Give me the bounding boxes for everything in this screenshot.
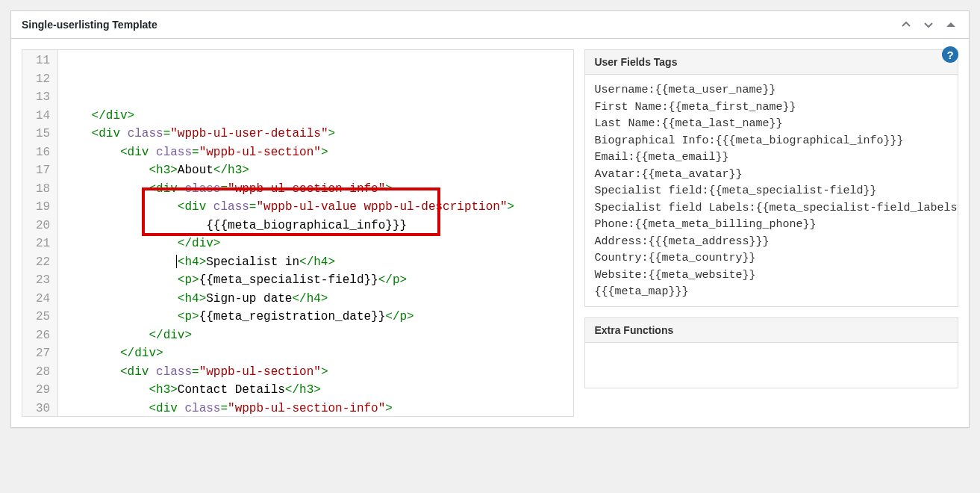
move-down-button[interactable] [918,14,939,35]
chevron-up-icon [899,17,914,32]
user-fields-body[interactable]: Username:{{meta_user_name}}First Name:{{… [585,75,958,306]
field-tag-line[interactable]: Last Name:{{meta_last_name}} [594,116,958,133]
code-line[interactable]: </div> [63,107,573,125]
code-line[interactable]: </div> [63,235,573,253]
line-number: 30 [36,400,50,417]
panel-header: Single-userlisting Template [11,11,969,39]
line-number: 25 [36,308,50,326]
code-line[interactable]: <div class="wppb-ul-section-info"> [63,400,573,417]
caret-up-icon [943,17,958,32]
line-number: 21 [36,235,50,253]
line-number: 11 [36,52,50,70]
field-tag-line[interactable]: Phone:{{meta_meta_billing_phone}} [594,217,958,234]
user-fields-panel: User Fields Tags Username:{{meta_user_na… [584,49,958,307]
line-number: 29 [36,381,50,400]
move-up-button[interactable] [896,14,917,35]
code-line[interactable]: <div class="wppb-ul-section"> [63,143,573,162]
line-number: 22 [36,253,50,272]
field-tag-line[interactable]: Country:{{meta_country}} [594,250,958,267]
field-tag-line[interactable]: Email:{{meta_email}} [594,149,958,167]
code-line[interactable]: <h3>Contact Details</h3> [63,381,573,400]
code-line[interactable]: <h4>Specialist in</h4> [63,253,573,272]
line-number: 24 [36,290,50,308]
extra-functions-header: Extra Functions [585,318,958,343]
user-fields-header: User Fields Tags [585,50,958,75]
code-line[interactable]: </div> [63,326,573,345]
panel-body: ? 11121314151617181920212223242526272829… [11,39,969,427]
field-tag-line[interactable]: Address:{{{meta_address}}} [594,234,958,251]
line-number: 19 [36,198,50,217]
field-tag-line[interactable]: Username:{{meta_user_name}} [594,82,958,99]
line-number: 12 [36,70,50,89]
toggle-panel-button[interactable] [940,14,961,35]
help-button[interactable]: ? [942,46,958,63]
code-line[interactable]: <h4>Sign-up date</h4> [63,290,573,308]
line-number: 17 [36,161,50,180]
line-number: 13 [36,88,50,107]
code-line[interactable]: <div class="wppb-ul-user-details"> [63,125,573,143]
field-tag-line[interactable]: Avatar:{{meta_avatar}} [594,167,958,184]
content-row: 1112131415161718192021222324252627282930… [22,49,958,417]
line-number: 27 [36,344,50,363]
code-lines[interactable]: </div> <div class="wppb-ul-user-details"… [58,50,573,416]
code-line[interactable]: <div class="wppb-ul-section-info"> [63,180,573,199]
line-gutter: 1112131415161718192021222324252627282930… [22,50,58,416]
panel-title: Single-userlisting Template [11,11,896,38]
code-line[interactable]: <p>{{meta_registration_date}}</p> [63,308,573,326]
line-number: 18 [36,180,50,199]
field-tag-line[interactable]: Biographical Info:{{{meta_biographical_i… [594,133,958,150]
sidebar: User Fields Tags Username:{{meta_user_na… [584,49,958,417]
line-number: 20 [36,217,50,235]
line-number: 26 [36,326,50,345]
code-line[interactable]: <p>{{meta_specialist-field}}</p> [63,271,573,290]
field-tag-line[interactable]: Specialist field Labels:{{meta_specialis… [594,200,958,217]
code-line[interactable]: <h3>About</h3> [63,161,573,180]
chevron-down-icon [921,17,936,32]
code-line[interactable]: <div class="wppb-ul-section"> [63,363,573,382]
template-panel: Single-userlisting Template ? 1112131415… [10,10,970,428]
extra-functions-panel: Extra Functions [584,317,958,388]
code-line[interactable]: <div class="wppb-ul-value wppb-ul-descri… [63,198,573,217]
line-number: 16 [36,143,50,162]
panel-actions [896,14,969,35]
field-tag-line[interactable]: First Name:{{meta_first_name}} [594,99,958,117]
field-tag-line[interactable]: {{{meta_map}}} [594,284,958,301]
code-line[interactable]: {{{meta_biographical_info}}} [63,217,573,235]
line-number: 23 [36,271,50,290]
line-number: 28 [36,363,50,382]
code-scroll[interactable]: 1112131415161718192021222324252627282930… [22,50,573,416]
field-tag-line[interactable]: Website:{{meta_website}} [594,267,958,285]
code-editor[interactable]: 1112131415161718192021222324252627282930… [22,49,574,417]
code-line[interactable]: </div> [63,344,573,363]
extra-functions-body[interactable] [585,343,958,388]
line-number: 15 [36,125,50,143]
field-tag-line[interactable]: Specialist field:{{meta_specialist-field… [594,183,958,200]
line-number: 14 [36,107,50,125]
